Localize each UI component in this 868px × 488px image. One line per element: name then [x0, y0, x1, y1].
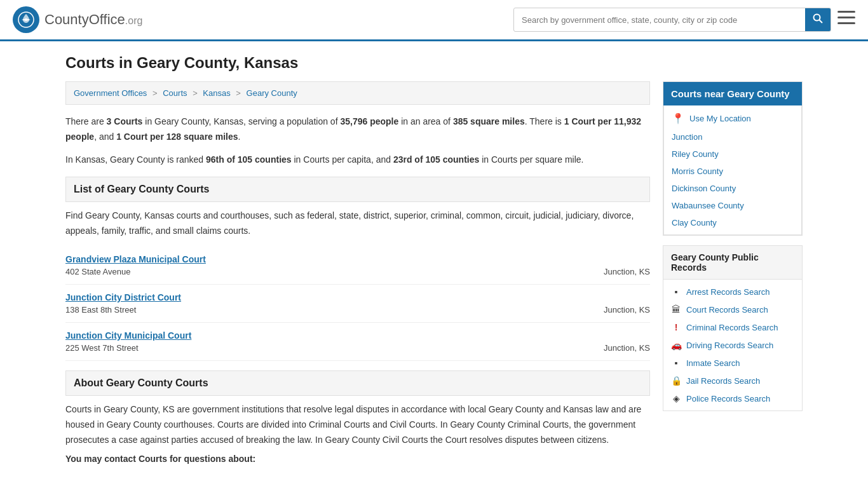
about-section-header: About Geary County Courts [65, 370, 650, 396]
intro-paragraph-2: In Kansas, Geary County is ranked 96th o… [65, 152, 650, 168]
courts-near-section: Courts near Geary County 📍 Use My Locati… [663, 81, 803, 236]
use-location-link[interactable]: Use My Location [689, 114, 751, 123]
driving-records-link[interactable]: Driving Records Search [686, 341, 773, 350]
content-area: Government Offices > Courts > Kansas > G… [65, 81, 650, 464]
court-city-2: Junction, KS [604, 305, 650, 315]
menu-icon[interactable] [837, 11, 855, 29]
court-address-row-1: 402 State Avenue Junction, KS [65, 267, 650, 276]
svg-line-3 [820, 20, 823, 24]
driving-icon: 🚗 [671, 340, 681, 350]
inmate-search-link[interactable]: Inmate Search [686, 358, 740, 368]
court-entry-2: Junction City District Court 138 East 8t… [65, 285, 650, 323]
page-title: Courts in Geary County, Kansas [65, 54, 803, 72]
near-item-dickinson[interactable]: Dickinson County [664, 180, 801, 197]
criminal-records-link[interactable]: Criminal Records Search [686, 323, 778, 332]
record-court[interactable]: 🏛 Court Records Search [663, 301, 802, 318]
header-right [513, 8, 855, 32]
intro-paragraph-1: There are 3 Courts in Geary County, Kans… [65, 114, 650, 145]
near-item-morris[interactable]: Morris County [664, 163, 801, 180]
jail-records-link[interactable]: Jail Records Search [686, 376, 760, 386]
near-link-clay[interactable]: Clay County [672, 218, 717, 227]
logo-area: CountyOffice.org [13, 6, 142, 33]
court-city-3: Junction, KS [604, 343, 650, 353]
record-police[interactable]: ◈ Police Records Search [663, 390, 802, 407]
records-title: Geary County Public Records [663, 245, 803, 279]
main-layout: Government Offices > Courts > Kansas > G… [65, 81, 803, 464]
search-button[interactable] [805, 8, 831, 31]
court-name-2[interactable]: Junction City District Court [65, 292, 181, 302]
court-entry-3: Junction City Municipal Court 225 West 7… [65, 323, 650, 361]
court-icon: 🏛 [671, 304, 681, 315]
record-criminal[interactable]: ! Criminal Records Search [663, 318, 802, 336]
near-link-junction[interactable]: Junction [672, 132, 702, 142]
court-address-3: 225 West 7th Street [65, 343, 139, 353]
about-text: Courts in Geary County, KS are governmen… [65, 402, 650, 447]
main-container: Courts in Geary County, Kansas Governmen… [53, 41, 815, 477]
breadcrumb-gov-offices[interactable]: Government Offices [74, 88, 147, 98]
court-records-link[interactable]: Court Records Search [686, 305, 768, 315]
svg-point-1 [25, 18, 27, 21]
court-address-2: 138 East 8th Street [65, 305, 136, 315]
near-link-dickinson[interactable]: Dickinson County [672, 184, 736, 193]
list-description: Find Geary County, Kansas courts and cou… [65, 208, 650, 239]
near-link-wabaunsee[interactable]: Wabaunsee County [672, 201, 744, 210]
breadcrumb-geary-county[interactable]: Geary County [247, 88, 297, 98]
near-link-riley[interactable]: Riley County [672, 149, 719, 159]
public-records-section: Geary County Public Records ▪ Arrest Rec… [663, 245, 803, 411]
jail-icon: 🔒 [671, 376, 681, 386]
breadcrumb: Government Offices > Courts > Kansas > G… [65, 81, 650, 105]
breadcrumb-kansas[interactable]: Kansas [203, 88, 230, 98]
record-driving[interactable]: 🚗 Driving Records Search [663, 336, 802, 354]
logo-text: CountyOffice.org [44, 11, 142, 28]
criminal-icon: ! [671, 322, 681, 332]
near-item-wabaunsee[interactable]: Wabaunsee County [664, 197, 801, 214]
svg-rect-5 [837, 17, 855, 18]
contact-label: You may contact Courts for questions abo… [65, 454, 650, 464]
near-item-riley[interactable]: Riley County [664, 146, 801, 163]
court-name-1[interactable]: Grandview Plaza Municipal Court [65, 254, 206, 264]
svg-rect-4 [837, 11, 855, 13]
police-icon: ◈ [671, 393, 681, 403]
search-bar [513, 8, 831, 32]
court-address-1: 402 State Avenue [65, 267, 130, 276]
svg-rect-6 [837, 22, 855, 24]
records-list: ▪ Arrest Records Search 🏛 Court Records … [663, 279, 803, 411]
site-header: CountyOffice.org [0, 0, 868, 41]
location-pin-icon: 📍 [672, 112, 684, 125]
sidebar: Courts near Geary County 📍 Use My Locati… [663, 81, 803, 464]
near-link-morris[interactable]: Morris County [672, 166, 723, 176]
courts-near-title: Courts near Geary County [663, 82, 802, 105]
police-records-link[interactable]: Police Records Search [686, 394, 770, 403]
svg-point-2 [814, 15, 820, 21]
near-list: 📍 Use My Location Junction Riley County … [663, 105, 802, 235]
court-address-row-3: 225 West 7th Street Junction, KS [65, 343, 650, 353]
breadcrumb-courts[interactable]: Courts [163, 88, 187, 98]
inmate-icon: ▪ [671, 358, 681, 368]
court-entry-1: Grandview Plaza Municipal Court 402 Stat… [65, 247, 650, 285]
court-address-row-2: 138 East 8th Street Junction, KS [65, 305, 650, 315]
arrest-icon: ▪ [671, 287, 681, 297]
court-name-3[interactable]: Junction City Municipal Court [65, 330, 191, 341]
near-item-clay[interactable]: Clay County [664, 214, 801, 231]
near-item-junction[interactable]: Junction [664, 128, 801, 146]
record-inmate[interactable]: ▪ Inmate Search [663, 354, 802, 372]
court-city-1: Junction, KS [604, 267, 650, 276]
logo-icon [13, 6, 39, 33]
search-input[interactable] [514, 10, 805, 30]
record-arrest[interactable]: ▪ Arrest Records Search [663, 283, 802, 301]
record-jail[interactable]: 🔒 Jail Records Search [663, 372, 802, 390]
arrest-link[interactable]: Arrest Records Search [686, 287, 770, 297]
use-location-item[interactable]: 📍 Use My Location [664, 109, 801, 128]
list-section-header: List of Geary County Courts [65, 177, 650, 202]
